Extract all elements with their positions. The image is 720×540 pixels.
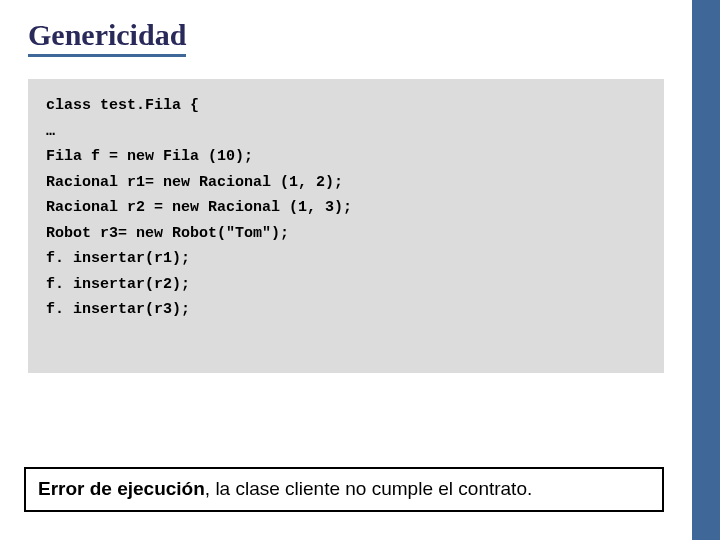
slide-content: Genericidad class test.Fila { … Fila f =… <box>0 0 720 373</box>
error-box: Error de ejecución, la clase cliente no … <box>24 467 664 512</box>
accent-bar <box>692 0 720 540</box>
error-bold: Error de ejecución <box>38 478 205 499</box>
page-title: Genericidad <box>28 18 186 57</box>
error-rest: , la clase cliente no cumple el contrato… <box>205 478 532 499</box>
code-block: class test.Fila { … Fila f = new Fila (1… <box>28 79 664 373</box>
